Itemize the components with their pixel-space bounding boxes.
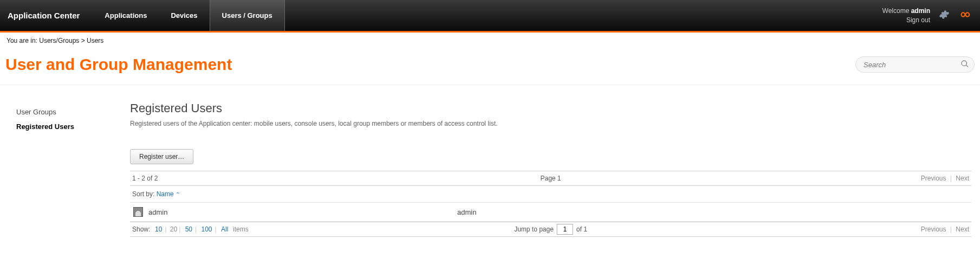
search-box xyxy=(855,56,975,73)
page-title: User and Group Management xyxy=(5,55,232,74)
title-row: User and Group Management xyxy=(0,49,980,85)
tab-applications[interactable]: Applications xyxy=(93,0,159,31)
next-link-bottom[interactable]: Next xyxy=(956,226,969,233)
items-suffix: items xyxy=(233,226,249,233)
sidebar: User Groups Registered Users xyxy=(5,101,119,237)
tab-devices[interactable]: Devices xyxy=(159,0,209,31)
section-description: Registered users of the Application cent… xyxy=(130,120,971,127)
register-user-button[interactable]: Register user… xyxy=(130,149,193,164)
header: Application Center Applications Devices … xyxy=(0,0,980,33)
table-row[interactable]: admin admin xyxy=(130,202,971,221)
nav-tabs: Applications Devices Users / Groups xyxy=(93,0,284,31)
welcome-prefix: Welcome xyxy=(882,7,911,15)
breadcrumb-path: Users/Groups > Users xyxy=(39,37,103,44)
user-avatar-icon xyxy=(133,207,143,217)
breadcrumb-prefix: You are in: xyxy=(7,37,39,44)
sign-out-link[interactable]: Sign out xyxy=(882,16,930,25)
prev-link-top[interactable]: Previous xyxy=(921,175,946,182)
show-100[interactable]: 100 xyxy=(202,226,212,233)
show-label: Show: xyxy=(132,226,150,233)
sidebar-item-registered-users[interactable]: Registered Users xyxy=(5,119,119,134)
sort-column[interactable]: Name ⌃ xyxy=(157,190,180,198)
jump-suffix: of 1 xyxy=(576,226,587,233)
next-link-top[interactable]: Next xyxy=(956,175,969,182)
username: admin xyxy=(911,7,930,15)
breadcrumb: You are in: Users/Groups > Users xyxy=(0,33,980,49)
sort-arrow-icon: ⌃ xyxy=(176,191,180,197)
prev-link-bottom[interactable]: Previous xyxy=(921,226,946,233)
range-label: 1 - 2 of 2 xyxy=(132,175,158,182)
search-input[interactable] xyxy=(855,56,975,73)
page-label: Page 1 xyxy=(540,175,561,182)
jump-page-input[interactable] xyxy=(557,224,573,235)
header-right: Welcome admin Sign out xyxy=(882,7,980,25)
tab-users-groups[interactable]: Users / Groups xyxy=(210,0,285,31)
pager-bottom: Show: 10| 20| 50| 100| All items Jump to… xyxy=(130,222,971,237)
jump-label: Jump to page xyxy=(514,226,554,233)
search-icon[interactable] xyxy=(960,60,969,70)
gear-icon[interactable] xyxy=(939,9,950,22)
sidebar-item-user-groups[interactable]: User Groups xyxy=(5,105,119,119)
row-display: admin xyxy=(457,208,476,216)
infinity-icon xyxy=(958,9,970,22)
sort-row: Sort by: Name ⌃ xyxy=(130,186,971,202)
app-title: Application Center xyxy=(0,11,93,20)
show-20[interactable]: 20 xyxy=(170,226,177,233)
show-all[interactable]: All xyxy=(221,226,228,233)
welcome-block: Welcome admin Sign out xyxy=(882,7,930,25)
show-50[interactable]: 50 xyxy=(185,226,192,233)
show-10[interactable]: 10 xyxy=(155,226,162,233)
section-title: Registered Users xyxy=(130,101,971,115)
row-name: admin xyxy=(148,208,457,216)
pager-top: 1 - 2 of 2 Page 1 Previous | Next xyxy=(130,171,971,186)
main-content: Registered Users Registered users of the… xyxy=(119,101,975,237)
sort-label: Sort by: xyxy=(132,190,157,198)
